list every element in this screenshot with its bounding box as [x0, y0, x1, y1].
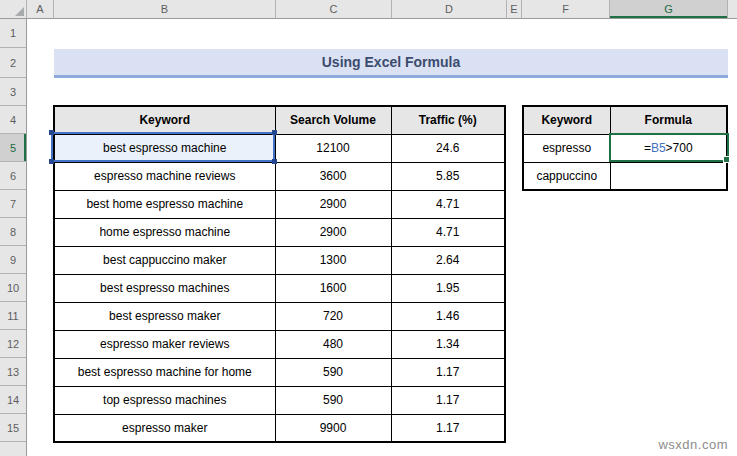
row-header-2[interactable]: 2 — [0, 48, 26, 78]
column-header-strip: A B C D E F G — [0, 0, 737, 19]
keyword-table: Keyword Search Volume Traffic (%) best e… — [53, 105, 506, 443]
cell-b14[interactable]: top espresso machines — [54, 386, 275, 414]
cell-b13[interactable]: best espresso machine for home — [54, 358, 275, 386]
table-row: espresso maker reviews 480 1.34 — [54, 330, 505, 358]
cell-b9[interactable]: best cappuccino maker — [54, 246, 275, 274]
header-formula[interactable]: Formula — [610, 106, 727, 134]
row-header-13[interactable]: 13 — [0, 358, 26, 386]
cell-b8[interactable]: home espresso machine — [54, 218, 275, 246]
column-header-d[interactable]: D — [392, 0, 507, 18]
cell-c12[interactable]: 480 — [275, 330, 391, 358]
column-header-b[interactable]: B — [54, 0, 276, 18]
row-header-1[interactable]: 1 — [0, 19, 26, 48]
cell-d7[interactable]: 4.71 — [391, 190, 505, 218]
column-header-h-partial[interactable] — [728, 0, 737, 18]
cell-c11[interactable]: 720 — [275, 302, 391, 330]
formula-table: Keyword Formula espresso =B5>700 cappucc… — [522, 105, 728, 191]
cell-f6[interactable]: cappuccino — [523, 162, 610, 190]
row-header-8[interactable]: 8 — [0, 218, 26, 246]
table-row: espresso maker 9900 1.17 — [54, 414, 505, 442]
cell-g5-active-editing[interactable]: =B5>700 — [610, 134, 727, 162]
cell-c9[interactable]: 1300 — [275, 246, 391, 274]
cell-b10[interactable]: best espresso machines — [54, 274, 275, 302]
cell-c13[interactable]: 590 — [275, 358, 391, 386]
watermark: wsxdn.com — [658, 437, 728, 452]
worksheet-title-cell[interactable]: Using Excel Formula — [54, 49, 728, 78]
column-header-a[interactable]: A — [27, 0, 54, 18]
cell-c8[interactable]: 2900 — [275, 218, 391, 246]
table-row: best espresso machines 1600 1.95 — [54, 274, 505, 302]
formula-table-row: cappuccino — [523, 162, 727, 190]
cell-d15[interactable]: 1.17 — [391, 414, 505, 442]
cell-f5[interactable]: espresso — [523, 134, 610, 162]
cell-d6[interactable]: 5.85 — [391, 162, 505, 190]
cell-d5[interactable]: 24.6 — [391, 134, 505, 162]
row-header-12[interactable]: 12 — [0, 330, 26, 358]
cell-b11[interactable]: best espresso maker — [54, 302, 275, 330]
formula-table-row: espresso =B5>700 — [523, 134, 727, 162]
table-row: best espresso machine 12100 24.6 — [54, 134, 505, 162]
header-traffic[interactable]: Traffic (%) — [391, 106, 505, 134]
row-header-5-active[interactable]: 5 — [0, 134, 26, 162]
column-header-g-active[interactable]: G — [610, 0, 728, 18]
row-header-7[interactable]: 7 — [0, 190, 26, 218]
cell-c14[interactable]: 590 — [275, 386, 391, 414]
row-header-3[interactable]: 3 — [0, 78, 26, 106]
cell-d9[interactable]: 2.64 — [391, 246, 505, 274]
table-row: best cappuccino maker 1300 2.64 — [54, 246, 505, 274]
header-search-volume[interactable]: Search Volume — [275, 106, 391, 134]
cell-b15[interactable]: espresso maker — [54, 414, 275, 442]
cell-b12[interactable]: espresso maker reviews — [54, 330, 275, 358]
header-keyword[interactable]: Keyword — [54, 106, 275, 134]
cell-c7[interactable]: 2900 — [275, 190, 391, 218]
cell-d8[interactable]: 4.71 — [391, 218, 505, 246]
row-header-4[interactable]: 4 — [0, 106, 26, 134]
formula-cell-reference: B5 — [651, 141, 666, 155]
cell-d12[interactable]: 1.34 — [391, 330, 505, 358]
row-header-6[interactable]: 6 — [0, 162, 26, 190]
row-header-10[interactable]: 10 — [0, 274, 26, 302]
cell-b5-referenced[interactable]: best espresso machine — [54, 134, 275, 162]
row-header-16-partial[interactable] — [0, 442, 26, 456]
table-row: best espresso machine for home 590 1.17 — [54, 358, 505, 386]
table-row: home espresso machine 2900 4.71 — [54, 218, 505, 246]
column-header-e[interactable]: E — [507, 0, 522, 18]
row-header-11[interactable]: 11 — [0, 302, 26, 330]
select-all-icon — [15, 7, 24, 16]
cell-d10[interactable]: 1.95 — [391, 274, 505, 302]
header-keyword-2[interactable]: Keyword — [523, 106, 610, 134]
cell-d14[interactable]: 1.17 — [391, 386, 505, 414]
column-header-f[interactable]: F — [522, 0, 610, 18]
row-header-9[interactable]: 9 — [0, 246, 26, 274]
table-row: espresso machine reviews 3600 5.85 — [54, 162, 505, 190]
cell-b6[interactable]: espresso machine reviews — [54, 162, 275, 190]
select-all-button[interactable] — [0, 0, 27, 18]
table-row: best espresso maker 720 1.46 — [54, 302, 505, 330]
row-header-15[interactable]: 15 — [0, 414, 26, 442]
column-header-c[interactable]: C — [276, 0, 392, 18]
cell-d13[interactable]: 1.17 — [391, 358, 505, 386]
cell-d11[interactable]: 1.46 — [391, 302, 505, 330]
row-header-14[interactable]: 14 — [0, 386, 26, 414]
row-header-strip: 1 2 3 4 5 6 7 8 9 10 11 12 13 14 15 — [0, 19, 27, 456]
formula-operator-value: >700 — [666, 141, 693, 155]
formula-table-header-row: Keyword Formula — [523, 106, 727, 134]
cell-b7[interactable]: best home espresso machine — [54, 190, 275, 218]
table-row: best home espresso machine 2900 4.71 — [54, 190, 505, 218]
formula-equals: = — [644, 141, 651, 155]
cell-c10[interactable]: 1600 — [275, 274, 391, 302]
table-header-row: Keyword Search Volume Traffic (%) — [54, 106, 505, 134]
cell-g6-empty[interactable] — [610, 162, 727, 190]
cell-c15[interactable]: 9900 — [275, 414, 391, 442]
cell-c6[interactable]: 3600 — [275, 162, 391, 190]
cell-c5[interactable]: 12100 — [275, 134, 391, 162]
table-row: top espresso machines 590 1.17 — [54, 386, 505, 414]
